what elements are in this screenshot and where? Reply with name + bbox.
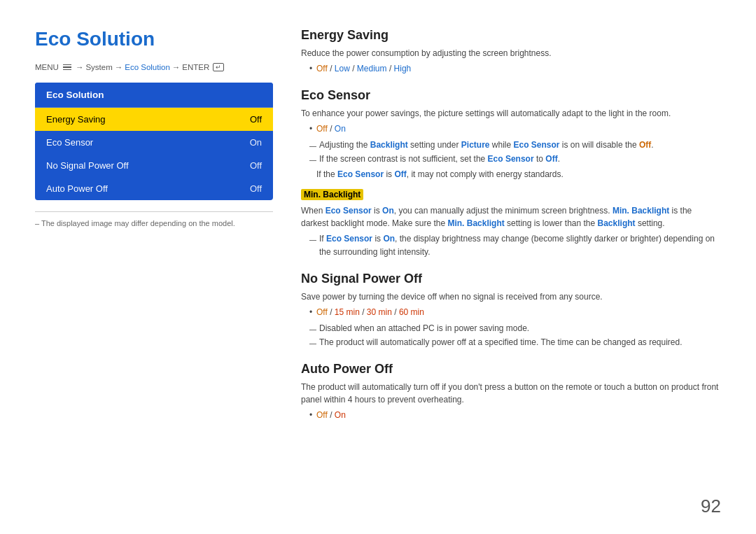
min-backlight-dashes: If Eco Sensor is On, the display brightn…: [301, 232, 721, 259]
arrow-2: →: [115, 63, 123, 71]
menu-label: MENU: [35, 63, 59, 71]
right-column: Energy Saving Reduce the power consumpti…: [301, 28, 721, 506]
no-signal-dashes: Disabled when an attached PC is in power…: [301, 322, 721, 349]
dash-item: Adjusting the Backlight setting under Pi…: [309, 139, 721, 152]
eco-sensor-sub-note: If the Eco Sensor is Off, it may not com…: [301, 168, 721, 181]
menu-panel-title: Eco Solution: [35, 83, 273, 108]
auto-power-desc: The product will automatically turn off …: [301, 381, 721, 406]
no-signal-bullets: Off / 15 min / 30 min / 60 min: [301, 306, 721, 319]
no-signal-title: No Signal Power Off: [301, 272, 721, 286]
menu-item-label: Eco Sensor: [46, 137, 93, 148]
eco-sensor-dashes: Adjusting the Backlight setting under Pi…: [301, 139, 721, 165]
page-title: Eco Solution: [35, 28, 273, 50]
min-backlight-desc: When Eco Sensor is On, you can manually …: [301, 204, 721, 230]
menu-item-value: Off: [250, 114, 262, 125]
menu-item-label: Energy Saving: [46, 114, 106, 125]
menu-item-eco-sensor[interactable]: Eco Sensor On: [35, 131, 273, 154]
left-column: Eco Solution MENU → System → Eco Solutio…: [35, 28, 273, 506]
note-section: – The displayed image may differ dependi…: [35, 211, 273, 227]
energy-saving-title: Energy Saving: [301, 28, 721, 43]
breadcrumb: MENU → System → Eco Solution → ENTER ↵: [35, 63, 273, 71]
menu-item-value: Off: [250, 160, 262, 171]
dash-item: The product will automatically power off…: [309, 336, 721, 349]
page-number: 92: [701, 496, 721, 517]
eco-solution-menu: Eco Solution Energy Saving Off Eco Senso…: [35, 83, 273, 200]
arrow-3: →: [172, 63, 181, 71]
menu-item-energy-saving[interactable]: Energy Saving Off: [35, 108, 273, 131]
bullet-item: Off / On: [309, 409, 721, 422]
section-auto-power: Auto Power Off The product will automati…: [301, 362, 721, 422]
menu-icon: [63, 64, 71, 71]
dash-item: Disabled when an attached PC is in power…: [309, 322, 721, 335]
section-energy-saving: Energy Saving Reduce the power consumpti…: [301, 28, 721, 76]
energy-saving-desc: Reduce the power consumption by adjustin…: [301, 47, 721, 59]
eco-sensor-desc: To enhance your power savings, the pictu…: [301, 107, 721, 120]
menu-item-value: On: [250, 137, 262, 148]
section-eco-sensor: Eco Sensor To enhance your power savings…: [301, 88, 721, 259]
dash-item: If the screen contrast is not sufficient…: [309, 153, 721, 166]
menu-item-label: Auto Power Off: [46, 183, 108, 194]
eco-sensor-bullets: Off / On: [301, 122, 721, 136]
enter-icon: ↵: [213, 63, 224, 71]
eco-sensor-title: Eco Sensor: [301, 88, 721, 103]
breadcrumb-system: System: [85, 63, 112, 71]
dash-item: If Eco Sensor is On, the display brightn…: [309, 232, 721, 259]
arrow-1: →: [76, 63, 84, 71]
menu-item-label: No Signal Power Off: [46, 160, 129, 171]
menu-item-auto-power[interactable]: Auto Power Off Off: [35, 177, 273, 200]
menu-item-value: Off: [250, 183, 262, 194]
no-signal-desc: Save power by turning the device off whe…: [301, 290, 721, 303]
breadcrumb-eco: Eco Solution: [125, 63, 170, 71]
min-backlight-section: Min. Backlight When Eco Sensor is On, yo…: [301, 188, 721, 259]
section-no-signal: No Signal Power Off Save power by turnin…: [301, 272, 721, 349]
energy-saving-bullets: Off / Low / Medium / High: [301, 62, 721, 76]
bullet-item: Off / Low / Medium / High: [309, 62, 721, 76]
bullet-item: Off / On: [309, 122, 721, 136]
min-backlight-label: Min. Backlight: [301, 189, 363, 200]
breadcrumb-enter-label: ENTER: [182, 63, 209, 71]
auto-power-title: Auto Power Off: [301, 362, 721, 377]
menu-item-no-signal[interactable]: No Signal Power Off Off: [35, 154, 273, 177]
auto-power-bullets: Off / On: [301, 409, 721, 422]
note-text: – The displayed image may differ dependi…: [35, 219, 273, 227]
bullet-item: Off / 15 min / 30 min / 60 min: [309, 306, 721, 319]
dash-prefix: –: [35, 219, 41, 227]
